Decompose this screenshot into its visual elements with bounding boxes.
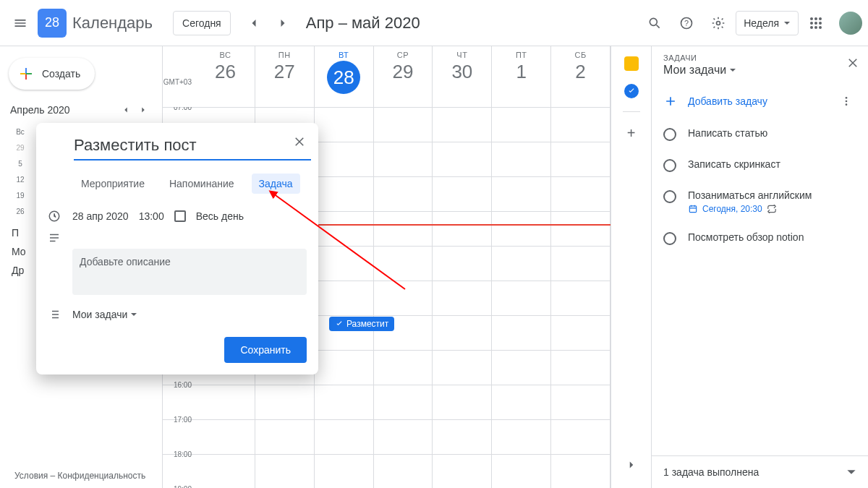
hour-cell[interactable] xyxy=(196,455,255,488)
hour-cell[interactable] xyxy=(551,108,610,142)
hour-cell[interactable] xyxy=(492,385,551,419)
today-button[interactable]: Сегодня xyxy=(173,11,231,35)
hour-cell[interactable] xyxy=(433,247,492,281)
allday-checkbox[interactable] xyxy=(174,210,186,222)
mini-day[interactable]: 29 xyxy=(10,140,30,156)
hour-cell[interactable] xyxy=(433,420,492,454)
menu-icon[interactable] xyxy=(6,9,35,38)
task-item[interactable]: Посмотреть обзор notion xyxy=(663,223,856,254)
hour-cell[interactable] xyxy=(433,142,492,176)
hour-cell[interactable] xyxy=(433,177,492,211)
task-item[interactable]: Записать скринкаст xyxy=(663,150,856,181)
hour-cell[interactable] xyxy=(551,212,610,246)
day-column[interactable]: ПТ1 xyxy=(492,46,551,107)
tasks-completed-toggle[interactable]: 1 задача выполнена xyxy=(652,455,868,488)
hour-cell[interactable] xyxy=(374,455,433,488)
hour-cell[interactable] xyxy=(374,351,433,385)
description-input[interactable]: Добавьте описание xyxy=(72,249,307,295)
hour-cell[interactable] xyxy=(374,420,433,454)
hour-cell[interactable] xyxy=(315,281,374,315)
hour-cell[interactable] xyxy=(374,385,433,419)
next-week-icon[interactable] xyxy=(268,9,297,38)
hour-cell[interactable] xyxy=(196,420,255,454)
hour-cell[interactable] xyxy=(492,351,551,385)
task-item[interactable]: Написать статью xyxy=(663,119,856,150)
day-column[interactable]: ЧТ30 xyxy=(433,46,492,107)
hour-cell[interactable] xyxy=(492,281,551,315)
hour-cell[interactable] xyxy=(433,281,492,315)
popup-close-icon[interactable] xyxy=(288,130,311,153)
rail-collapse-icon[interactable] xyxy=(617,450,646,479)
hour-cell[interactable] xyxy=(315,212,374,246)
day-column[interactable]: ВТ28 xyxy=(315,46,374,107)
mini-day[interactable]: 19 xyxy=(10,188,30,204)
popup-time[interactable]: 13:00 xyxy=(139,210,164,222)
hour-cell[interactable] xyxy=(315,247,374,281)
hour-cell[interactable] xyxy=(315,142,374,176)
hour-cell[interactable] xyxy=(315,351,374,385)
day-column[interactable]: ВС26 xyxy=(196,46,255,107)
search-icon[interactable] xyxy=(640,9,669,38)
hour-cell[interactable] xyxy=(374,108,433,142)
hour-cell[interactable] xyxy=(433,385,492,419)
hour-cell[interactable] xyxy=(374,281,433,315)
hour-cell[interactable] xyxy=(315,108,374,142)
hour-cell[interactable] xyxy=(492,420,551,454)
day-column[interactable]: ПН27 xyxy=(255,46,315,107)
mini-prev-icon[interactable] xyxy=(117,101,135,119)
day-column[interactable]: СБ2 xyxy=(551,46,610,107)
tasks-close-icon[interactable] xyxy=(846,56,859,69)
hour-cell[interactable] xyxy=(492,177,551,211)
hour-cell[interactable] xyxy=(315,455,374,488)
task-list-selector[interactable]: Мои задачи xyxy=(72,309,137,320)
hour-cell[interactable] xyxy=(551,420,610,454)
hour-cell[interactable] xyxy=(196,385,255,419)
hour-cell[interactable] xyxy=(492,142,551,176)
hour-cell[interactable] xyxy=(551,247,610,281)
hour-cell[interactable] xyxy=(551,316,610,350)
hour-cell[interactable] xyxy=(551,177,610,211)
hour-cell[interactable] xyxy=(492,455,551,488)
hour-cell[interactable] xyxy=(374,177,433,211)
hour-cell[interactable] xyxy=(433,108,492,142)
hour-cell[interactable] xyxy=(551,385,610,419)
hour-cell[interactable] xyxy=(315,420,374,454)
hour-cell[interactable] xyxy=(551,142,610,176)
hour-cell[interactable] xyxy=(551,351,610,385)
rail-add-icon[interactable]: + xyxy=(627,125,636,142)
hour-cell[interactable] xyxy=(374,212,433,246)
mini-day[interactable]: 12 xyxy=(10,172,30,188)
create-button[interactable]: Создать xyxy=(9,58,95,90)
tab-task[interactable]: Задача xyxy=(252,174,300,194)
task-checkbox[interactable] xyxy=(663,190,676,203)
hour-cell[interactable] xyxy=(374,247,433,281)
hour-cell[interactable] xyxy=(492,108,551,142)
footer-links[interactable]: Условия – Конфиденциальность xyxy=(14,471,145,481)
hour-cell[interactable] xyxy=(433,316,492,350)
task-item[interactable]: Позаниматься английскимСегодня, 20:30 xyxy=(663,181,856,223)
hour-cell[interactable] xyxy=(374,142,433,176)
hour-cell[interactable] xyxy=(433,351,492,385)
settings-icon[interactable] xyxy=(704,9,733,38)
hour-cell[interactable] xyxy=(492,212,551,246)
save-button[interactable]: Сохранить xyxy=(224,337,307,363)
hour-cell[interactable] xyxy=(551,281,610,315)
hour-cell[interactable] xyxy=(315,385,374,419)
task-checkbox[interactable] xyxy=(663,232,676,245)
hour-cell[interactable] xyxy=(551,455,610,488)
view-selector[interactable]: Неделя xyxy=(736,11,799,35)
tasks-more-icon[interactable] xyxy=(836,91,856,111)
task-checkbox[interactable] xyxy=(663,128,676,141)
tab-reminder[interactable]: Напоминание xyxy=(162,174,242,194)
hour-cell[interactable] xyxy=(433,212,492,246)
hour-cell[interactable] xyxy=(255,420,315,454)
hour-cell[interactable] xyxy=(492,316,551,350)
mini-day[interactable]: 26 xyxy=(10,204,30,220)
add-task-button[interactable]: Добавить задачу xyxy=(663,94,825,108)
hour-cell[interactable] xyxy=(255,385,315,419)
help-icon[interactable]: ? xyxy=(672,9,701,38)
tasks-list-selector[interactable]: Мои задачи xyxy=(663,64,856,77)
popup-date[interactable]: 28 апр 2020 xyxy=(72,210,129,222)
hour-cell[interactable] xyxy=(255,455,315,488)
mini-next-icon[interactable] xyxy=(135,101,152,119)
